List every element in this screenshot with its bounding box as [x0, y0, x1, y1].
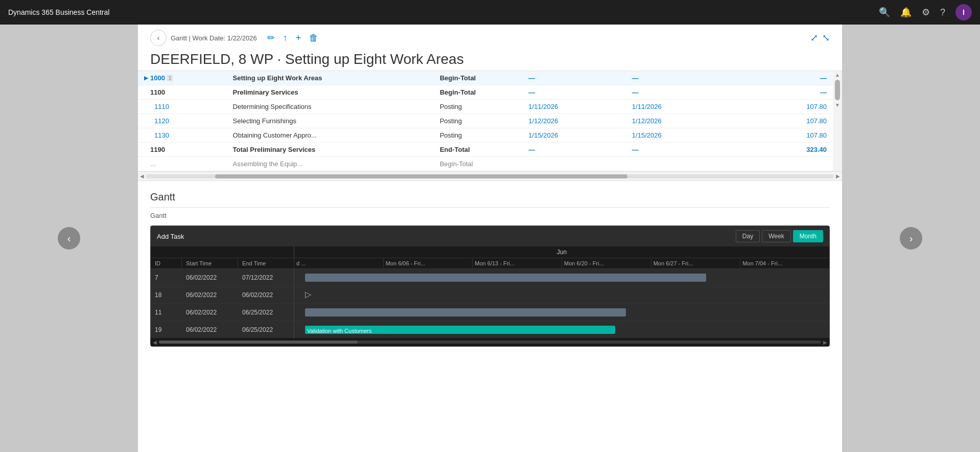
gantt-week-1: Mon 6/06 - Fri... [383, 258, 473, 268]
row-type: Posting [434, 114, 523, 128]
scroll-left-arrow[interactable]: ◀ [140, 173, 144, 179]
row-type: Begin-Total [434, 71, 523, 85]
scroll-up-arrow[interactable]: ▲ [835, 72, 840, 78]
row-end-date: — [626, 85, 730, 100]
gantt-scroll-left[interactable]: ◀ [153, 340, 157, 345]
row-amount: — [729, 71, 833, 85]
row-start-date: 1/11/2026 [522, 100, 626, 114]
table-row: 1110 Determining Specifications Posting … [138, 100, 833, 114]
row-amount: 107.80 [729, 100, 833, 114]
gantt-row-end: 06/25/2022 [238, 309, 294, 316]
edit-icon[interactable]: ✏ [267, 32, 275, 43]
user-avatar[interactable]: I [955, 4, 972, 20]
row-type: Posting [434, 128, 523, 143]
back-button[interactable]: ‹ [150, 30, 167, 46]
gantt-week-button[interactable]: Week [762, 230, 790, 242]
table-horizontal-scrollbar[interactable]: ◀ ▶ [138, 171, 842, 180]
gantt-column-headers: ID Start Time End Time d ... Mon 6/06 - … [151, 258, 829, 268]
share-icon[interactable]: ↑ [283, 33, 288, 43]
fullscreen-icon[interactable]: ⤡ [822, 32, 830, 43]
gantt-scroll-right[interactable]: ▶ [823, 340, 827, 345]
row-start-date: 1/15/2026 [522, 128, 626, 143]
gantt-row-id: 18 [151, 291, 181, 299]
right-nav: › [842, 25, 980, 452]
gantt-row-start: 06/02/2022 [181, 309, 238, 316]
row-type: Begin-Total [434, 157, 523, 171]
gantt-row-id: 19 [151, 326, 181, 333]
table-scroll-area: ▶ 1000 : Setting up Eight Work Areas Beg… [138, 71, 833, 171]
bell-icon[interactable]: 🔔 [900, 7, 912, 18]
table-row: ... Assembling the Equip... Begin-Total [138, 157, 833, 171]
gantt-row-id: 7 [151, 274, 181, 281]
data-table: ▶ 1000 : Setting up Eight Work Areas Beg… [138, 71, 833, 171]
gantt-row-end: 06/25/2022 [238, 326, 294, 333]
row-start-date: 1/12/2026 [522, 114, 626, 128]
row-expand-icon: ▶ 1000 : [138, 71, 199, 85]
gantt-row-11[interactable]: 11 06/02/2022 06/25/2022 [151, 303, 829, 321]
gantt-week-2: Mon 6/13 - Fri... [472, 258, 562, 268]
row-no: ... [138, 157, 227, 171]
row-description: Setting up Eight Work Areas [227, 71, 434, 85]
gantt-bottom-scrollbar[interactable]: ◀ ▶ [151, 338, 829, 346]
content-area[interactable]: ▶ 1000 : Setting up Eight Work Areas Beg… [138, 71, 842, 452]
topbar-icons: 🔍 🔔 ⚙ ? I [879, 4, 972, 20]
gantt-day-button[interactable]: Day [736, 230, 760, 242]
gantt-chart: Add Task Day Week Month Jun [150, 225, 830, 347]
gantt-section: Gantt Gantt Add Task Day Week Month [138, 181, 842, 347]
gantt-bar-area-18: ▷ [294, 286, 829, 304]
row-description: Preliminary Services [227, 85, 434, 100]
next-nav-button[interactable]: › [900, 227, 922, 250]
row-description: Obtaining Customer Appro... [227, 128, 434, 143]
gantt-month-label: Jun [294, 246, 829, 258]
gantt-row-id: 11 [151, 309, 181, 316]
prev-nav-button[interactable]: ‹ [58, 227, 80, 250]
scroll-right-arrow[interactable]: ▶ [836, 173, 840, 179]
search-icon[interactable]: 🔍 [879, 7, 890, 18]
add-icon[interactable]: + [296, 33, 301, 43]
row-no[interactable]: 1120 [138, 114, 227, 128]
gantt-bar-area-7 [294, 269, 829, 286]
page-title-bar: DEERFIELD, 8 WP · Setting up Eight Work … [150, 48, 830, 71]
scroll-thumb[interactable] [835, 80, 840, 100]
gantt-week-0: d ... [294, 258, 383, 268]
gantt-id-spacer [151, 246, 181, 258]
gantt-row-end: 06/02/2022 [238, 291, 294, 299]
gantt-row-start: 06/02/2022 [181, 274, 238, 281]
gantt-subtitle: Gantt [150, 212, 830, 219]
row-amount: 107.80 [729, 128, 833, 143]
expand-icon[interactable]: ⤢ [810, 32, 818, 43]
gantt-col-id-header: ID [151, 258, 181, 268]
delete-icon[interactable]: 🗑 [309, 33, 318, 43]
gantt-scroll-track [159, 341, 821, 344]
gantt-bar-area-19: Validation with Customers [294, 321, 829, 338]
help-icon[interactable]: ? [940, 7, 945, 18]
row-start-date: — [522, 85, 626, 100]
row-type: Posting [434, 100, 523, 114]
gantt-week-3: Mon 6/20 - Fri... [562, 258, 651, 268]
table-vertical-scrollbar[interactable]: ▲ ▼ [833, 71, 842, 171]
gantt-month-button[interactable]: Month [793, 230, 823, 242]
row-start-date: — [522, 71, 626, 85]
scroll-down-arrow[interactable]: ▼ [835, 102, 840, 108]
gantt-milestone-18: ▷ [305, 289, 311, 299]
h-scroll-thumb[interactable] [215, 174, 628, 178]
settings-icon[interactable]: ⚙ [922, 7, 930, 18]
gantt-bar-area-11 [294, 304, 829, 321]
table-row: ▶ 1000 : Setting up Eight Work Areas Beg… [138, 71, 833, 85]
gantt-row-7[interactable]: 7 06/02/2022 07/12/2022 [151, 268, 829, 286]
gantt-toolbar: Add Task Day Week Month [151, 226, 829, 246]
row-amount: 107.80 [729, 114, 833, 128]
row-no[interactable]: 1130 [138, 128, 227, 143]
breadcrumb-bar: ‹ Gantt | Work Date: 1/22/2026 ✏ ↑ + 🗑 ⤢… [150, 30, 830, 46]
gantt-row-start: 06/02/2022 [181, 291, 238, 299]
gantt-row-start: 06/02/2022 [181, 326, 238, 333]
gantt-row-18[interactable]: 18 06/02/2022 06/02/2022 ▷ [151, 286, 829, 303]
add-task-button[interactable]: Add Task [157, 233, 184, 240]
gantt-col-start-header: Start Time [181, 258, 238, 268]
gantt-scroll-thumb[interactable] [159, 341, 358, 344]
gantt-view-buttons: Day Week Month [736, 230, 823, 242]
gantt-row-19[interactable]: 19 06/02/2022 06/25/2022 Validation with… [151, 321, 829, 338]
breadcrumb-text: Gantt | Work Date: 1/22/2026 [171, 34, 257, 42]
row-no[interactable]: 1110 [138, 100, 227, 114]
row-no: 1100 [138, 85, 227, 100]
